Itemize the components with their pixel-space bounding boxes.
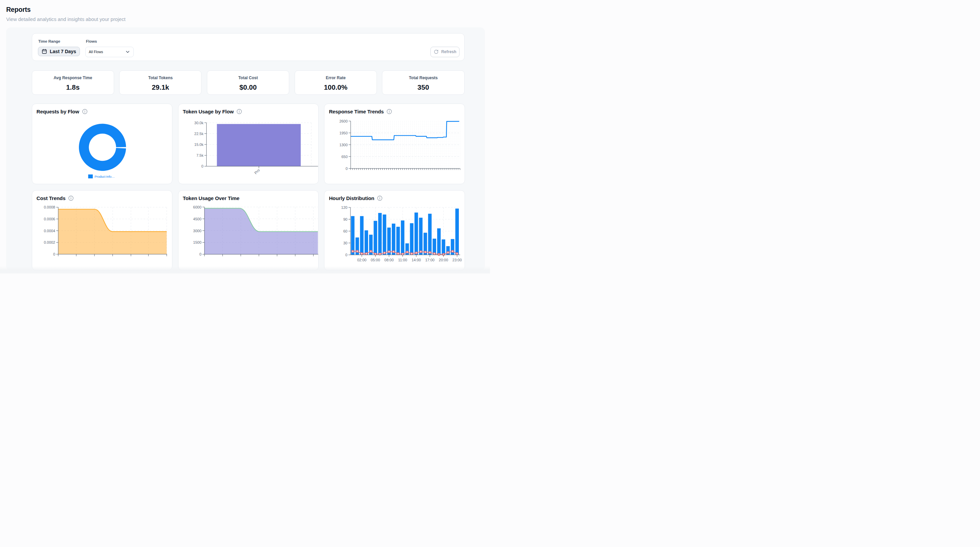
svg-text:30.0k: 30.0k: [194, 121, 204, 124]
svg-text:08:00: 08:00: [384, 258, 394, 262]
svg-text:15.0k: 15.0k: [194, 142, 204, 146]
svg-text:Product Info…: Product Info…: [94, 175, 115, 178]
svg-text:0.0008: 0.0008: [44, 205, 55, 209]
svg-text:14:00: 14:00: [412, 258, 421, 262]
svg-text:0.0006: 0.0006: [44, 217, 55, 221]
svg-text:17:00: 17:00: [425, 258, 435, 262]
svg-text:20:00: 20:00: [439, 258, 449, 262]
svg-text:60: 60: [344, 229, 347, 233]
svg-text:1500: 1500: [193, 240, 201, 244]
svg-text:650: 650: [342, 154, 348, 158]
svg-text:4500: 4500: [193, 217, 201, 221]
svg-text:0: 0: [201, 164, 203, 168]
svg-text:90: 90: [344, 217, 347, 221]
svg-text:30: 30: [344, 241, 347, 245]
svg-text:1950: 1950: [340, 130, 348, 135]
svg-text:0: 0: [199, 252, 201, 256]
svg-text:Pro: Pro: [253, 168, 261, 175]
svg-text:02:00: 02:00: [357, 258, 367, 262]
svg-text:3000: 3000: [193, 229, 201, 232]
svg-text:05:00: 05:00: [371, 258, 380, 262]
svg-text:2600: 2600: [340, 119, 348, 123]
svg-text:0: 0: [346, 166, 348, 170]
svg-text:7.5k: 7.5k: [196, 153, 204, 157]
svg-text:11:00: 11:00: [398, 258, 407, 262]
svg-text:0.0002: 0.0002: [44, 240, 55, 244]
svg-text:0.0004: 0.0004: [44, 229, 55, 232]
svg-text:6000: 6000: [193, 205, 201, 209]
svg-text:0: 0: [53, 252, 55, 256]
svg-text:1300: 1300: [340, 143, 348, 146]
svg-text:120: 120: [341, 205, 347, 210]
svg-text:0: 0: [345, 253, 347, 257]
svg-text:23:00: 23:00: [452, 258, 462, 262]
svg-text:22.5k: 22.5k: [194, 131, 204, 135]
